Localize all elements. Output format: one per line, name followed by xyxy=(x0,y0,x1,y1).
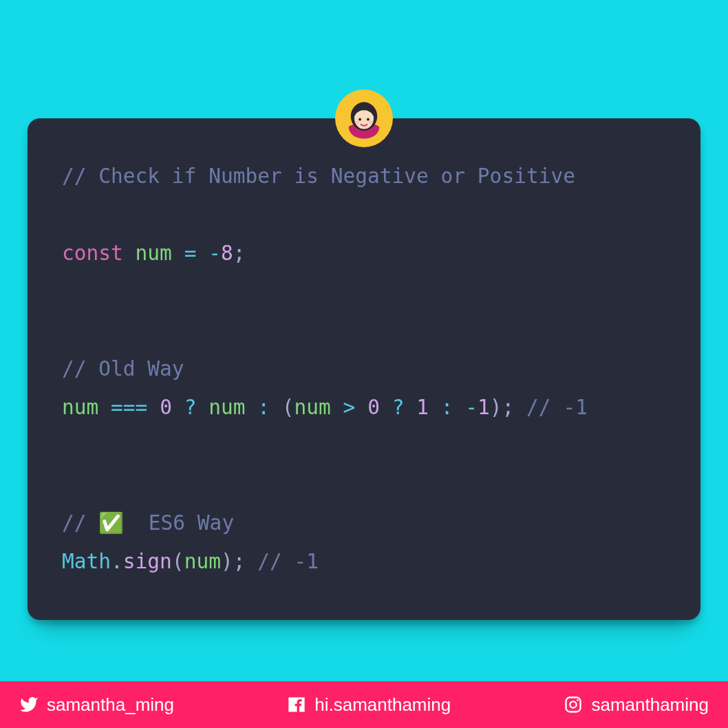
dot: . xyxy=(111,550,123,573)
social-twitter[interactable]: samantha_ming xyxy=(19,694,174,716)
identifier-num: num xyxy=(208,396,245,419)
facebook-handle: hi.samanthaming xyxy=(314,694,451,716)
facebook-icon xyxy=(287,695,306,714)
literal-1: 1 xyxy=(416,396,429,419)
comment-line-1: // Check if Number is Negative or Positi… xyxy=(62,164,575,188)
svg-point-2 xyxy=(358,118,361,121)
literal-0: 0 xyxy=(160,396,172,419)
comment-result: // -1 xyxy=(257,550,319,573)
literal-0: 0 xyxy=(367,396,380,419)
check-emoji: ✅ xyxy=(98,511,124,535)
question-op: ? xyxy=(392,396,405,419)
question-op: ? xyxy=(184,396,197,419)
semicolon: ; xyxy=(502,396,515,419)
svg-point-4 xyxy=(356,121,358,124)
semicolon: ; xyxy=(233,550,246,573)
semicolon: ; xyxy=(233,242,246,265)
svg-point-3 xyxy=(367,118,370,121)
instagram-handle: samanthaming xyxy=(591,694,709,716)
svg-point-8 xyxy=(577,699,579,701)
identifier-num: num xyxy=(136,242,172,265)
comment-old-way: // Old Way xyxy=(62,357,184,381)
instagram-icon xyxy=(564,695,583,714)
lparen: ( xyxy=(172,550,184,573)
identifier-num: num xyxy=(184,550,221,573)
social-facebook[interactable]: hi.samanthaming xyxy=(287,694,451,716)
avatar-illustration xyxy=(339,93,389,144)
assign-op: = xyxy=(184,242,197,265)
twitter-handle: samantha_ming xyxy=(47,694,174,716)
comment-es6-suffix: ES6 Way xyxy=(124,511,234,535)
identifier-num: num xyxy=(295,396,331,419)
svg-point-5 xyxy=(369,121,372,124)
sign-method: sign xyxy=(123,550,172,573)
literal-8: 8 xyxy=(221,242,233,265)
comment-result: // -1 xyxy=(526,396,588,419)
math-class: Math xyxy=(62,550,111,573)
literal-1: 1 xyxy=(478,396,490,419)
rparen: ) xyxy=(221,550,233,573)
code-card: // Check if Number is Negative or Positi… xyxy=(28,118,700,620)
social-instagram[interactable]: samanthaming xyxy=(564,694,709,716)
footer: samantha_ming hi.samanthaming samanthami… xyxy=(0,681,728,728)
gt-op: > xyxy=(343,396,356,419)
strict-eq-op: === xyxy=(111,396,147,419)
minus-op: - xyxy=(465,396,478,419)
colon-op: : xyxy=(441,396,453,419)
identifier-num: num xyxy=(62,396,98,419)
avatar xyxy=(335,89,393,147)
svg-point-7 xyxy=(570,701,577,707)
minus-op: - xyxy=(208,242,221,265)
comment-es6-prefix: // xyxy=(62,511,98,535)
rparen: ) xyxy=(490,396,502,419)
const-keyword: const xyxy=(62,242,123,265)
twitter-icon xyxy=(19,695,39,714)
colon-op: : xyxy=(257,396,270,419)
code-block: // Check if Number is Negative or Positi… xyxy=(62,157,666,581)
lparen: ( xyxy=(282,396,295,419)
